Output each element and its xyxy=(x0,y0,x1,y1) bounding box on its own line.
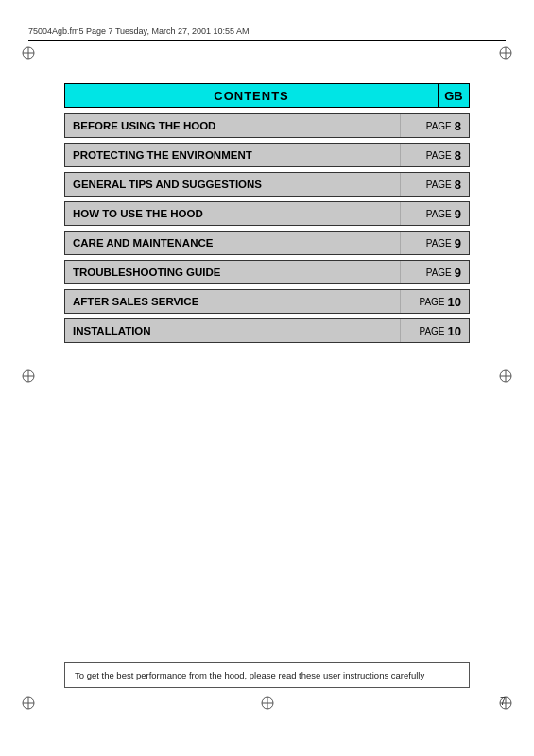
toc-row-title: CARE AND MAINTENANCE xyxy=(65,232,401,254)
page-num: 8 xyxy=(455,178,461,192)
toc-row: GENERAL TIPS AND SUGGESTIONSPAGE8 xyxy=(64,172,470,197)
page-label: PAGE xyxy=(419,297,444,307)
reg-mark-mid-left xyxy=(21,369,36,384)
toc-row-page: PAGE9 xyxy=(401,202,469,225)
page-label: PAGE xyxy=(426,150,452,161)
toc-row-title: GENERAL TIPS AND SUGGESTIONS xyxy=(65,173,401,196)
toc-row-title: HOW TO USE THE HOOD xyxy=(65,202,401,225)
page-label: PAGE xyxy=(426,267,452,278)
reg-mark-top-left xyxy=(21,45,36,60)
toc-row-title: BEFORE USING THE HOOD xyxy=(65,114,401,137)
page-number: 7 xyxy=(500,696,506,707)
toc-row: TROUBLESHOOTING GUIDEPAGE9 xyxy=(64,260,470,284)
toc-row: AFTER SALES SERVICEPAGE10 xyxy=(64,289,470,314)
toc-row-page: PAGE10 xyxy=(401,290,469,313)
toc-container: BEFORE USING THE HOODPAGE8PROTECTING THE… xyxy=(64,113,470,343)
contents-header: CONTENTS GB xyxy=(64,83,470,108)
page-label: PAGE xyxy=(426,121,452,131)
toc-row-page: PAGE9 xyxy=(401,261,469,284)
header-rule xyxy=(28,40,506,41)
page-label: PAGE xyxy=(419,326,444,336)
page-num: 8 xyxy=(455,148,461,163)
toc-row: BEFORE USING THE HOODPAGE8 xyxy=(64,113,470,138)
toc-row-title: INSTALLATION xyxy=(65,319,401,342)
reg-mark-top-right xyxy=(498,45,513,60)
header-text: 75004Agb.fm5 Page 7 Tuesday, March 27, 2… xyxy=(28,26,250,36)
reg-mark-bottom-mid xyxy=(260,696,275,711)
page-num: 9 xyxy=(455,207,461,221)
page: 75004Agb.fm5 Page 7 Tuesday, March 27, 2… xyxy=(0,0,534,756)
page-num: 8 xyxy=(455,119,461,133)
toc-row-page: PAGE8 xyxy=(401,144,469,166)
toc-row: HOW TO USE THE HOODPAGE9 xyxy=(64,201,470,226)
page-num: 10 xyxy=(448,324,461,338)
footer-note-text: To get the best performance from the hoo… xyxy=(75,670,424,680)
toc-row-page: PAGE9 xyxy=(401,232,469,254)
reg-mark-bottom-left xyxy=(21,696,36,711)
toc-row-title: AFTER SALES SERVICE xyxy=(65,290,401,313)
toc-row: INSTALLATIONPAGE10 xyxy=(64,318,470,343)
page-num: 10 xyxy=(448,295,461,309)
header-line: 75004Agb.fm5 Page 7 Tuesday, March 27, 2… xyxy=(28,26,506,36)
contents-gb-label: GB xyxy=(438,83,470,108)
page-label: PAGE xyxy=(426,238,452,249)
toc-row-page: PAGE10 xyxy=(401,319,469,342)
contents-title: CONTENTS xyxy=(64,83,438,108)
page-num: 9 xyxy=(455,236,461,250)
toc-row-page: PAGE8 xyxy=(401,114,469,137)
footer-note: To get the best performance from the hoo… xyxy=(64,662,470,688)
toc-row: CARE AND MAINTENANCEPAGE9 xyxy=(64,231,470,255)
content-area: CONTENTS GB BEFORE USING THE HOODPAGE8PR… xyxy=(64,83,470,348)
page-label: PAGE xyxy=(426,209,452,219)
reg-mark-mid-right xyxy=(498,369,513,384)
page-num: 9 xyxy=(455,266,461,280)
page-label: PAGE xyxy=(426,180,452,190)
toc-row: PROTECTING THE ENVIRONMENTPAGE8 xyxy=(64,143,470,167)
toc-row-title: TROUBLESHOOTING GUIDE xyxy=(65,261,401,284)
toc-row-title: PROTECTING THE ENVIRONMENT xyxy=(65,144,401,166)
toc-row-page: PAGE8 xyxy=(401,173,469,196)
